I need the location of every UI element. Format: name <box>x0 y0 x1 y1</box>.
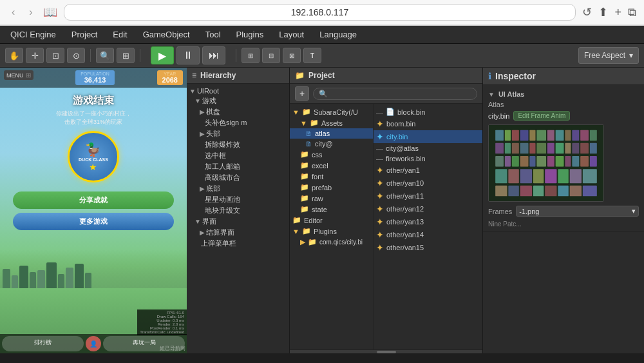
obj-tool-4[interactable]: T <box>303 48 321 63</box>
menu-plugins[interactable]: Plugins <box>236 28 264 41</box>
menu-gameobject[interactable]: GameObject <box>143 28 190 41</box>
svg-rect-31 <box>547 156 554 167</box>
frames-row: Frames -1.png ▾ <box>488 206 639 217</box>
svg-rect-52 <box>583 186 597 197</box>
file-van15[interactable]: ✦ other/van15 <box>374 241 482 254</box>
tree-item-headsign[interactable]: 头补色sign m <box>187 117 289 128</box>
frames-select[interactable]: -1.png ▾ <box>516 206 639 217</box>
zoom-tool[interactable]: 🔍 <box>96 48 114 63</box>
step-button[interactable]: ⏭ <box>202 46 225 64</box>
svg-rect-43 <box>570 169 582 183</box>
rect-tool[interactable]: ⊡ <box>46 48 64 63</box>
tree-item-city[interactable]: 高级城市合 <box>187 172 289 183</box>
tree-item-uiroot[interactable]: ▼ UIRoot <box>187 86 289 95</box>
svg-rect-28 <box>520 156 529 167</box>
tree-comqics[interactable]: ▶ 📁 com.qics/city.bi <box>290 237 373 248</box>
forward-button[interactable]: › <box>25 5 36 19</box>
separator-1 <box>90 49 91 62</box>
tree-item-selectbox[interactable]: 选中框 <box>187 150 289 161</box>
menu-edit[interactable]: Edit <box>113 28 127 41</box>
project-search-bar[interactable]: 🔍 <box>313 88 477 100</box>
tree-city-at[interactable]: 🗎 city@ <box>290 139 373 149</box>
file-yan12[interactable]: ✦ other/yan12 <box>374 202 482 215</box>
share-icon[interactable]: ⬆ <box>598 5 608 19</box>
file-yan10[interactable]: ✦ other/yan10 <box>374 177 482 190</box>
tree-item-head[interactable]: ▶ 头部 <box>187 128 289 139</box>
svg-rect-44 <box>583 169 597 183</box>
tree-item-explosion[interactable]: 拆除爆炸效 <box>187 139 289 150</box>
more-games-button[interactable]: 更多游戏 <box>13 213 174 230</box>
leaderboard-button[interactable]: 排行榜 <box>2 336 84 351</box>
svg-rect-26 <box>505 156 511 167</box>
file-yan14[interactable]: ✦ other/yan14 <box>374 228 482 241</box>
tree-item-worker[interactable]: 加工人邮箱 <box>187 161 289 172</box>
tree-assets[interactable]: ▼ 📁 Assets <box>290 117 373 128</box>
tree-item-game[interactable]: ▼ 游戏 <box>187 95 289 106</box>
tree-editor[interactable]: 📁 Editor <box>290 215 373 226</box>
file-city-atlas[interactable]: — city@atlas <box>374 143 482 153</box>
pivot-tool[interactable]: ⊙ <box>67 48 85 63</box>
reload-icon[interactable]: ↺ <box>582 5 592 19</box>
tree-item-ui[interactable]: ▼ 界面 <box>187 216 289 227</box>
project-add-button[interactable]: + <box>295 86 309 101</box>
file-block-bin[interactable]: — 📄 block.bin <box>374 106 482 117</box>
obj-tool-1[interactable]: ⊞ <box>242 48 260 63</box>
tree-item-upgrade[interactable]: 地块升级文 <box>187 205 289 216</box>
file-boom-bin[interactable]: ✦ boom.bin <box>374 117 482 130</box>
aspect-selector[interactable]: Free Aspect ▾ <box>578 47 639 64</box>
file-yan11[interactable]: ✦ other/yan11 <box>374 190 482 202</box>
tree-item-menu[interactable]: 上弹菜单栏 <box>187 238 289 249</box>
grid-tool[interactable]: ⊞ <box>117 48 135 63</box>
tree-item-stars[interactable]: 星星动画池 <box>187 194 289 205</box>
frames-label: Frames <box>488 208 512 215</box>
tree-plugins[interactable]: ▼ 📁 Plugins <box>290 226 373 237</box>
menu-tool[interactable]: Tool <box>205 28 221 41</box>
svg-rect-18 <box>536 143 546 154</box>
tree-raw[interactable]: 📁 raw <box>290 193 373 204</box>
svg-rect-2 <box>505 130 511 141</box>
add-icon[interactable]: + <box>614 6 621 19</box>
tree-atlas[interactable]: 🗎 atlas <box>290 128 373 139</box>
project-scrollbar[interactable] <box>290 349 482 353</box>
tree-font[interactable]: 📁 font <box>290 171 373 182</box>
hand-tool[interactable]: ✋ <box>5 48 23 63</box>
move-tool[interactable]: ✛ <box>26 48 44 63</box>
tree-item-settlement[interactable]: ▶ 结算界面 <box>187 227 289 238</box>
tree-item-bottom[interactable]: ▶ 底部 <box>187 183 289 194</box>
tree-subara-city[interactable]: ▼ 📁 SubaraCity(/U <box>290 106 373 117</box>
obj-tool-2[interactable]: ⊟ <box>262 48 280 63</box>
svg-rect-30 <box>536 156 546 167</box>
svg-rect-41 <box>545 169 556 183</box>
svg-rect-9 <box>565 130 571 141</box>
svg-rect-42 <box>558 169 569 183</box>
project-header: 📁 Project <box>290 68 482 84</box>
pause-button[interactable]: ⏸ <box>176 46 200 64</box>
menu-bar: QICI Engine Project Edit GameObject Tool… <box>0 26 644 44</box>
file-fireworks-bin[interactable]: — fireworks.bin <box>374 153 482 164</box>
tree-css[interactable]: 📁 css <box>290 149 373 160</box>
file-yan1[interactable]: ✦ other/yan1 <box>374 164 482 177</box>
menu-language[interactable]: Language <box>319 28 357 41</box>
file-city-bin[interactable]: ✦ city.bin <box>374 130 482 143</box>
tabs-icon[interactable]: ⧉ <box>628 6 636 19</box>
file-yan13[interactable]: ✦ other/yan13 <box>374 215 482 228</box>
menu-qici-engine[interactable]: QICI Engine <box>10 28 56 41</box>
tree-state[interactable]: 📁 state <box>290 204 373 215</box>
edit-frame-anim-button[interactable]: Edit Frame Anim <box>513 111 570 121</box>
share-achievement-button[interactable]: 分享成就 <box>13 191 174 209</box>
play-button[interactable]: ▶ <box>151 46 174 64</box>
tree-prefab[interactable]: 📁 prefab <box>290 182 373 193</box>
hierarchy-icon: ≡ <box>192 71 196 80</box>
svg-rect-6 <box>536 130 546 141</box>
hierarchy-tree: ▼ UIRoot ▼ 游戏 ▶ 棋盘 头补色sign m <box>187 84 289 251</box>
menu-project[interactable]: Project <box>71 28 97 41</box>
svg-rect-17 <box>529 143 535 154</box>
tree-item-board[interactable]: ▶ 棋盘 <box>187 106 289 117</box>
tree-excel[interactable]: 📁 excel <box>290 160 373 171</box>
url-bar[interactable] <box>64 4 576 21</box>
obj-tool-3[interactable]: ⊠ <box>283 48 301 63</box>
search-icon: 🔍 <box>319 90 328 98</box>
back-button[interactable]: ‹ <box>8 5 19 19</box>
svg-rect-51 <box>570 186 582 197</box>
menu-layout[interactable]: Layout <box>279 28 304 41</box>
